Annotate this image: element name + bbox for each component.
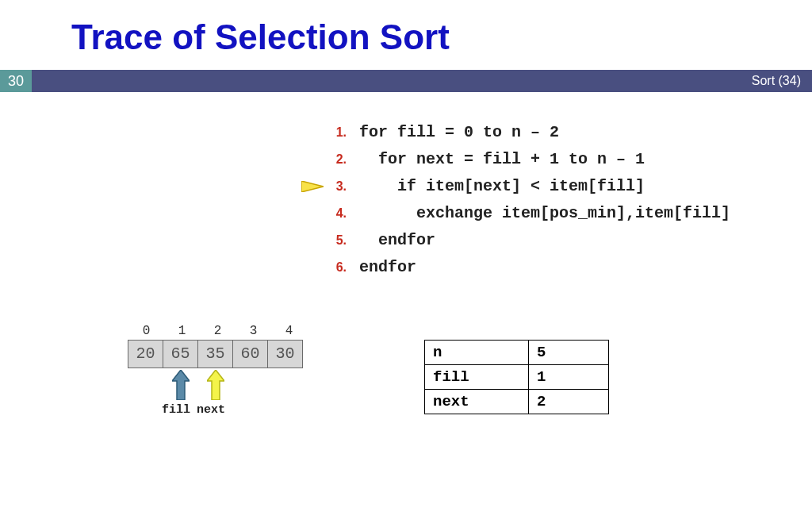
header-bar	[0, 70, 812, 92]
code-text: if item[next] < item[fill]	[350, 177, 645, 195]
var-value: 1	[529, 365, 609, 390]
line-number: 3.	[313, 173, 347, 200]
code-text: endfor	[350, 258, 416, 276]
code-line: 6. endfor	[313, 254, 730, 281]
array-cell: 65	[163, 340, 198, 368]
table-row: fill1	[425, 365, 609, 390]
line-number: 4.	[313, 200, 347, 227]
line-number: 1.	[313, 119, 347, 146]
code-line: 5. endfor	[313, 227, 730, 254]
array-index: 4	[271, 324, 307, 338]
slide-number-badge: 30	[0, 70, 32, 92]
code-text: for next = fill + 1 to n – 1	[350, 150, 645, 168]
svg-marker-1	[172, 370, 190, 400]
array-indices: 01234	[128, 324, 307, 338]
line-number: 5.	[313, 227, 347, 254]
code-line: 3. if item[next] < item[fill]	[313, 173, 730, 200]
pointer-label-fill: fill	[159, 403, 193, 417]
var-name: n	[425, 341, 529, 365]
array-index: 0	[128, 324, 164, 338]
code-line: 4. exchange item[pos_min],item[fill]	[313, 200, 730, 227]
array-cell: 35	[197, 340, 233, 368]
code-line: 1. for fill = 0 to n – 2	[313, 119, 730, 146]
array-index: 3	[236, 324, 271, 338]
array-cell: 30	[267, 340, 303, 368]
array-pointer-labels: fillnext	[159, 403, 228, 417]
table-row: n5	[425, 341, 609, 365]
var-value: 2	[529, 390, 609, 414]
line-number: 2.	[313, 146, 347, 173]
header-right-label: Sort (34)	[752, 70, 801, 92]
array-index: 2	[200, 324, 236, 338]
pointer-label-next: next	[193, 403, 228, 417]
code-text: for fill = 0 to n – 2	[350, 123, 559, 141]
array-index: 1	[164, 324, 200, 338]
var-name: fill	[425, 365, 529, 390]
array-cell: 20	[128, 340, 163, 368]
table-row: next2	[425, 390, 609, 414]
page-title: Trace of Selection Sort	[71, 17, 450, 57]
array-cells: 2065356030	[128, 340, 303, 368]
code-text: endfor	[350, 231, 435, 249]
code-line: 2. for next = fill + 1 to n – 1	[313, 146, 730, 173]
pseudocode-block: 1. for fill = 0 to n – 22. for next = fi…	[313, 119, 730, 281]
svg-marker-2	[207, 370, 224, 400]
line-number: 6.	[313, 254, 347, 281]
arrow-up-icon	[207, 370, 224, 400]
code-text: exchange item[pos_min],item[fill]	[350, 204, 730, 222]
array-cell: 60	[232, 340, 268, 368]
arrow-up-icon	[172, 370, 190, 400]
var-value: 5	[529, 341, 609, 365]
var-name: next	[425, 390, 529, 414]
variables-table: n5fill1next2	[424, 340, 609, 414]
